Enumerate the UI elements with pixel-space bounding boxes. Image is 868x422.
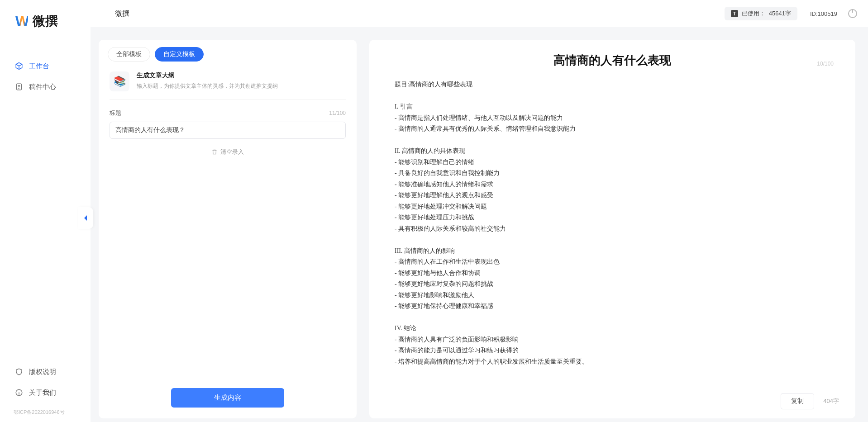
generate-button[interactable]: 生成内容 (171, 388, 284, 408)
logo-mark-icon: W (15, 13, 28, 30)
template-title: 生成文章大纲 (137, 71, 278, 80)
usage-badge[interactable]: T 已使用： 45641字 (725, 7, 797, 20)
tab-custom-templates[interactable]: 自定义模板 (155, 47, 204, 62)
nav-item-drafts[interactable]: 稿件中心 (9, 78, 81, 96)
template-desc: 输入标题，为你提供文章主体的灵感，并为其创建推文提纲 (137, 82, 278, 90)
tab-all-templates[interactable]: 全部模板 (108, 47, 150, 62)
usage-label: 已使用： (742, 9, 765, 18)
logo-text: 微撰 (33, 13, 58, 30)
generate-row: 生成内容 (99, 380, 357, 418)
secondary-nav: 版权说明 关于我们 (0, 363, 91, 409)
article-body[interactable]: 题目:高情商的人有哪些表现 I. 引言 - 高情商是指人们处理情绪、与他人互动以… (369, 70, 855, 387)
nav-item-copyright[interactable]: 版权说明 (9, 363, 81, 381)
nav-label: 稿件中心 (29, 83, 56, 91)
trash-icon (211, 149, 218, 155)
nav-item-about[interactable]: 关于我们 (9, 384, 81, 402)
power-icon[interactable] (848, 9, 857, 18)
nav-label: 版权说明 (29, 368, 56, 376)
title-counter: 10/100 (817, 61, 834, 67)
cube-icon (14, 62, 24, 71)
selected-template: 📚 生成文章大纲 输入标题，为你提供文章主体的灵感，并为其创建推文提纲 (99, 69, 357, 100)
content-area: 全部模板 自定义模板 📚 生成文章大纲 输入标题，为你提供文章主体的灵感，并为其… (91, 27, 868, 422)
clear-label: 清空录入 (220, 148, 244, 156)
template-thumb-icon: 📚 (110, 71, 129, 91)
title-field-counter: 11/100 (329, 110, 346, 116)
title-input[interactable] (110, 122, 346, 139)
usage-value: 45641字 (769, 9, 791, 18)
output-footer: 复制 404字 (369, 387, 855, 418)
logo: W 微撰 (0, 13, 91, 30)
clear-input-button[interactable]: 清空录入 (99, 139, 357, 165)
article-title[interactable]: 高情商的人有什么表现 (387, 52, 837, 68)
output-panel: 高情商的人有什么表现 10/100 题目:高情商的人有哪些表现 I. 引言 - … (369, 40, 855, 418)
chevron-left-icon (83, 214, 88, 222)
title-field-block: 标题 11/100 (99, 100, 357, 139)
sidebar-collapse-handle[interactable] (78, 207, 93, 229)
copy-button[interactable]: 复制 (781, 393, 814, 409)
text-count-icon: T (731, 10, 738, 17)
title-field-label: 标题 (110, 109, 121, 117)
sidebar: W 微撰 工作台 稿件中心 版权说明 关于我们 (0, 0, 91, 422)
top-bar: 微撰 T 已使用： 45641字 ID:100519 (0, 0, 868, 27)
nav-label: 工作台 (29, 62, 49, 71)
user-id: ID:100519 (810, 10, 837, 17)
config-panel: 全部模板 自定义模板 📚 生成文章大纲 输入标题，为你提供文章主体的灵感，并为其… (99, 40, 357, 418)
info-icon (14, 388, 24, 397)
nav-label: 关于我们 (29, 389, 56, 397)
word-count: 404字 (823, 397, 839, 405)
template-meta: 生成文章大纲 输入标题，为你提供文章主体的灵感，并为其创建推文提纲 (137, 71, 278, 90)
document-icon (14, 82, 24, 91)
shield-icon (14, 367, 24, 376)
primary-nav: 工作台 稿件中心 (0, 57, 91, 99)
app-title: 微撰 (115, 9, 129, 19)
template-tabs: 全部模板 自定义模板 (99, 40, 357, 69)
icp-text: 鄂ICP备2022016946号 (0, 409, 91, 422)
nav-item-workspace[interactable]: 工作台 (9, 57, 81, 75)
output-header: 高情商的人有什么表现 10/100 (369, 40, 855, 70)
